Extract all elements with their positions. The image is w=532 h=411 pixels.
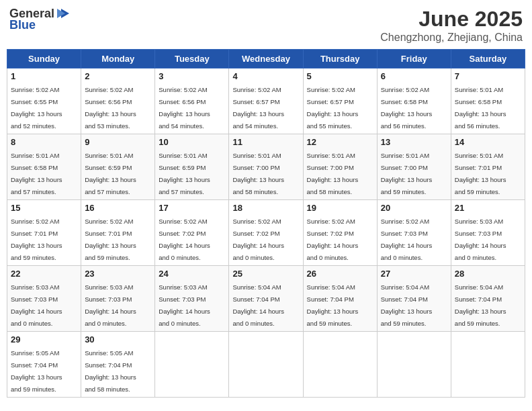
day-14: 14 Sunrise: 5:01 AMSunset: 7:01 PMDaylig… [451,134,525,200]
weekday-header-row: Sunday Monday Tuesday Wednesday Thursday… [7,50,525,68]
empty-cell-1 [155,332,229,398]
day-4: 4 Sunrise: 5:02 AMSunset: 6:57 PMDayligh… [229,68,303,134]
logo-blue-text: Blue [9,18,36,32]
header-sunday: Sunday [7,50,81,68]
logo-icon [56,6,71,21]
day-19: 19 Sunrise: 5:02 AMSunset: 7:02 PMDaylig… [303,200,377,266]
header-tuesday: Tuesday [155,50,229,68]
day-3: 3 Sunrise: 5:02 AMSunset: 6:56 PMDayligh… [155,68,229,134]
day-1: 1 Sunrise: 5:02 AMSunset: 6:55 PMDayligh… [7,68,81,134]
day-11: 11 Sunrise: 5:01 AMSunset: 7:00 PMDaylig… [229,134,303,200]
day-21: 21 Sunrise: 5:03 AMSunset: 7:03 PMDaylig… [451,200,525,266]
header-thursday: Thursday [303,50,377,68]
day-9: 9 Sunrise: 5:01 AMSunset: 6:59 PMDayligh… [81,134,155,200]
empty-cell-5 [451,332,525,398]
day-5: 5 Sunrise: 5:02 AMSunset: 6:57 PMDayligh… [303,68,377,134]
day-28: 28 Sunrise: 5:04 AMSunset: 7:04 PMDaylig… [451,266,525,332]
empty-cell-2 [229,332,303,398]
day-18: 18 Sunrise: 5:02 AMSunset: 7:02 PMDaylig… [229,200,303,266]
day-27: 27 Sunrise: 5:04 AMSunset: 7:04 PMDaylig… [377,266,451,332]
day-13: 13 Sunrise: 5:01 AMSunset: 7:00 PMDaylig… [377,134,451,200]
header: General Blue June 2025 Chengzhong, Zheji… [7,7,525,44]
day-17: 17 Sunrise: 5:02 AMSunset: 7:02 PMDaylig… [155,200,229,266]
calendar-subtitle: Chengzhong, Zhejiang, China [380,32,523,44]
empty-cell-3 [303,332,377,398]
day-20: 20 Sunrise: 5:02 AMSunset: 7:03 PMDaylig… [377,200,451,266]
header-friday: Friday [377,50,451,68]
day-2: 2 Sunrise: 5:02 AMSunset: 6:56 PMDayligh… [81,68,155,134]
day-25: 25 Sunrise: 5:04 AMSunset: 7:04 PMDaylig… [229,266,303,332]
day-26: 26 Sunrise: 5:04 AMSunset: 7:04 PMDaylig… [303,266,377,332]
day-6: 6 Sunrise: 5:02 AMSunset: 6:58 PMDayligh… [377,68,451,134]
header-wednesday: Wednesday [229,50,303,68]
day-8: 8 Sunrise: 5:01 AMSunset: 6:58 PMDayligh… [7,134,81,200]
week-2: 8 Sunrise: 5:01 AMSunset: 6:58 PMDayligh… [7,134,525,200]
week-4: 22 Sunrise: 5:03 AMSunset: 7:03 PMDaylig… [7,266,525,332]
week-3: 15 Sunrise: 5:02 AMSunset: 7:01 PMDaylig… [7,200,525,266]
calendar-table: Sunday Monday Tuesday Wednesday Thursday… [7,49,525,398]
day-23: 23 Sunrise: 5:03 AMSunset: 7:03 PMDaylig… [81,266,155,332]
day-15: 15 Sunrise: 5:02 AMSunset: 7:01 PMDaylig… [7,200,81,266]
day-24: 24 Sunrise: 5:03 AMSunset: 7:03 PMDaylig… [155,266,229,332]
week-1: 1 Sunrise: 5:02 AMSunset: 6:55 PMDayligh… [7,68,525,134]
day-30: 30 Sunrise: 5:05 AMSunset: 7:04 PMDaylig… [81,332,155,398]
logo: General Blue [9,7,71,32]
header-monday: Monday [81,50,155,68]
day-12: 12 Sunrise: 5:01 AMSunset: 7:00 PMDaylig… [303,134,377,200]
empty-cell-4 [377,332,451,398]
day-7: 7 Sunrise: 5:01 AMSunset: 6:58 PMDayligh… [451,68,525,134]
calendar-title: June 2025 [380,7,523,32]
title-area: June 2025 Chengzhong, Zhejiang, China [380,7,523,44]
day-10: 10 Sunrise: 5:01 AMSunset: 6:59 PMDaylig… [155,134,229,200]
day-29: 29 Sunrise: 5:05 AMSunset: 7:04 PMDaylig… [7,332,81,398]
day-22: 22 Sunrise: 5:03 AMSunset: 7:03 PMDaylig… [7,266,81,332]
day-16: 16 Sunrise: 5:02 AMSunset: 7:01 PMDaylig… [81,200,155,266]
week-5: 29 Sunrise: 5:05 AMSunset: 7:04 PMDaylig… [7,332,525,398]
header-saturday: Saturday [451,50,525,68]
